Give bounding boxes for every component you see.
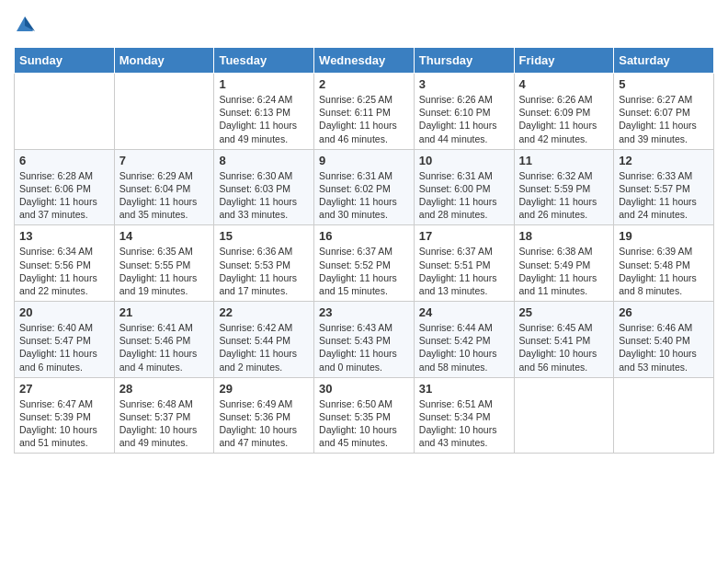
day-info: Sunrise: 6:32 AM Sunset: 5:59 PM Dayligh…: [519, 169, 609, 222]
calendar-cell: 22Sunrise: 6:42 AM Sunset: 5:44 PM Dayli…: [214, 302, 314, 378]
day-number: 24: [419, 305, 509, 319]
calendar-cell: 30Sunrise: 6:50 AM Sunset: 5:35 PM Dayli…: [314, 377, 415, 454]
calendar-cell: 14Sunrise: 6:35 AM Sunset: 5:55 PM Dayli…: [114, 225, 214, 302]
day-info: Sunrise: 6:30 AM Sunset: 6:03 PM Dayligh…: [219, 169, 309, 222]
day-info: Sunrise: 6:25 AM Sunset: 6:11 PM Dayligh…: [319, 93, 409, 145]
day-info: Sunrise: 6:39 AM Sunset: 5:48 PM Dayligh…: [619, 245, 709, 297]
day-info: Sunrise: 6:41 AM Sunset: 5:46 PM Dayligh…: [119, 321, 210, 373]
calendar-cell: 24Sunrise: 6:44 AM Sunset: 5:42 PM Dayli…: [414, 302, 514, 378]
day-info: Sunrise: 6:26 AM Sunset: 6:09 PM Dayligh…: [519, 93, 609, 145]
calendar-table: SundayMondayTuesdayWednesdayThursdayFrid…: [14, 47, 714, 454]
day-number: 12: [619, 154, 709, 167]
week-row-0: 1Sunrise: 6:24 AM Sunset: 6:13 PM Daylig…: [15, 74, 714, 150]
day-number: 8: [219, 154, 309, 167]
calendar-cell: 20Sunrise: 6:40 AM Sunset: 5:47 PM Dayli…: [15, 302, 115, 378]
calendar-cell: 13Sunrise: 6:34 AM Sunset: 5:56 PM Dayli…: [15, 225, 115, 302]
weekday-saturday: Saturday: [614, 48, 714, 74]
day-number: 6: [19, 154, 109, 167]
day-number: 1: [219, 77, 309, 91]
calendar-cell: 6Sunrise: 6:28 AM Sunset: 6:06 PM Daylig…: [15, 149, 115, 225]
day-info: Sunrise: 6:44 AM Sunset: 5:42 PM Dayligh…: [419, 321, 509, 373]
day-info: Sunrise: 6:35 AM Sunset: 5:55 PM Dayligh…: [119, 245, 210, 297]
calendar-cell: 10Sunrise: 6:31 AM Sunset: 6:00 PM Dayli…: [414, 149, 514, 225]
day-number: 31: [419, 382, 509, 396]
day-number: 30: [319, 382, 409, 396]
day-number: 20: [19, 305, 109, 319]
header: [14, 9, 714, 40]
day-info: Sunrise: 6:40 AM Sunset: 5:47 PM Dayligh…: [19, 321, 109, 373]
day-number: 26: [619, 305, 709, 319]
day-info: Sunrise: 6:37 AM Sunset: 5:51 PM Dayligh…: [419, 245, 509, 297]
week-row-1: 6Sunrise: 6:28 AM Sunset: 6:06 PM Daylig…: [15, 149, 714, 225]
day-number: 16: [319, 229, 409, 243]
day-info: Sunrise: 6:38 AM Sunset: 5:49 PM Dayligh…: [519, 245, 609, 297]
day-number: 5: [619, 77, 709, 91]
day-number: 10: [419, 154, 509, 167]
day-info: Sunrise: 6:26 AM Sunset: 6:10 PM Dayligh…: [419, 93, 509, 145]
calendar-cell: 2Sunrise: 6:25 AM Sunset: 6:11 PM Daylig…: [314, 74, 415, 150]
calendar-cell: 15Sunrise: 6:36 AM Sunset: 5:53 PM Dayli…: [214, 225, 314, 302]
day-number: 22: [219, 305, 309, 319]
calendar-cell: 1Sunrise: 6:24 AM Sunset: 6:13 PM Daylig…: [214, 74, 314, 150]
day-info: Sunrise: 6:50 AM Sunset: 5:35 PM Dayligh…: [319, 397, 409, 450]
day-info: Sunrise: 6:49 AM Sunset: 5:36 PM Dayligh…: [219, 397, 309, 450]
weekday-thursday: Thursday: [414, 48, 514, 74]
day-number: 14: [119, 229, 210, 243]
weekday-header-row: SundayMondayTuesdayWednesdayThursdayFrid…: [15, 48, 714, 74]
day-info: Sunrise: 6:24 AM Sunset: 6:13 PM Dayligh…: [219, 93, 309, 145]
calendar-cell: 12Sunrise: 6:33 AM Sunset: 5:57 PM Dayli…: [614, 149, 714, 225]
day-info: Sunrise: 6:45 AM Sunset: 5:41 PM Dayligh…: [519, 321, 609, 373]
day-number: 23: [319, 305, 409, 319]
day-info: Sunrise: 6:34 AM Sunset: 5:56 PM Dayligh…: [19, 245, 109, 297]
day-number: 27: [19, 382, 109, 396]
day-info: Sunrise: 6:47 AM Sunset: 5:39 PM Dayligh…: [19, 397, 109, 450]
calendar-cell: [15, 74, 115, 150]
day-info: Sunrise: 6:27 AM Sunset: 6:07 PM Dayligh…: [619, 93, 709, 145]
week-row-4: 27Sunrise: 6:47 AM Sunset: 5:39 PM Dayli…: [15, 377, 714, 454]
day-number: 3: [419, 77, 509, 91]
day-number: 17: [419, 229, 509, 243]
calendar-cell: [614, 377, 714, 454]
calendar-cell: 28Sunrise: 6:48 AM Sunset: 5:37 PM Dayli…: [114, 377, 214, 454]
day-info: Sunrise: 6:43 AM Sunset: 5:43 PM Dayligh…: [319, 321, 409, 373]
calendar-cell: 16Sunrise: 6:37 AM Sunset: 5:52 PM Dayli…: [314, 225, 415, 302]
calendar-cell: 5Sunrise: 6:27 AM Sunset: 6:07 PM Daylig…: [614, 74, 714, 150]
day-info: Sunrise: 6:31 AM Sunset: 6:00 PM Dayligh…: [419, 169, 509, 222]
weekday-sunday: Sunday: [15, 48, 115, 74]
calendar-cell: 18Sunrise: 6:38 AM Sunset: 5:49 PM Dayli…: [514, 225, 614, 302]
day-info: Sunrise: 6:42 AM Sunset: 5:44 PM Dayligh…: [219, 321, 309, 373]
day-number: 11: [519, 154, 609, 167]
day-number: 19: [619, 229, 709, 243]
calendar-cell: 11Sunrise: 6:32 AM Sunset: 5:59 PM Dayli…: [514, 149, 614, 225]
calendar-cell: 9Sunrise: 6:31 AM Sunset: 6:02 PM Daylig…: [314, 149, 415, 225]
day-info: Sunrise: 6:33 AM Sunset: 5:57 PM Dayligh…: [619, 169, 709, 222]
logo: [14, 15, 35, 40]
calendar-cell: [114, 74, 214, 150]
day-number: 28: [119, 382, 210, 396]
day-number: 15: [219, 229, 309, 243]
calendar-cell: 7Sunrise: 6:29 AM Sunset: 6:04 PM Daylig…: [114, 149, 214, 225]
day-number: 13: [19, 229, 109, 243]
day-number: 9: [319, 154, 409, 167]
day-info: Sunrise: 6:36 AM Sunset: 5:53 PM Dayligh…: [219, 245, 309, 297]
logo-text: [14, 15, 35, 40]
calendar-cell: 23Sunrise: 6:43 AM Sunset: 5:43 PM Dayli…: [314, 302, 415, 378]
calendar-cell: 29Sunrise: 6:49 AM Sunset: 5:36 PM Dayli…: [214, 377, 314, 454]
calendar-cell: 31Sunrise: 6:51 AM Sunset: 5:34 PM Dayli…: [414, 377, 514, 454]
weekday-tuesday: Tuesday: [214, 48, 314, 74]
day-number: 4: [519, 77, 609, 91]
weekday-friday: Friday: [514, 48, 614, 74]
calendar-cell: 3Sunrise: 6:26 AM Sunset: 6:10 PM Daylig…: [414, 74, 514, 150]
weekday-monday: Monday: [114, 48, 214, 74]
day-number: 2: [319, 77, 409, 91]
day-number: 25: [519, 305, 609, 319]
calendar-cell: 27Sunrise: 6:47 AM Sunset: 5:39 PM Dayli…: [15, 377, 115, 454]
day-number: 29: [219, 382, 309, 396]
day-info: Sunrise: 6:29 AM Sunset: 6:04 PM Dayligh…: [119, 169, 210, 222]
day-number: 18: [519, 229, 609, 243]
day-number: 7: [119, 154, 210, 167]
day-info: Sunrise: 6:48 AM Sunset: 5:37 PM Dayligh…: [119, 397, 210, 450]
calendar-cell: 17Sunrise: 6:37 AM Sunset: 5:51 PM Dayli…: [414, 225, 514, 302]
day-info: Sunrise: 6:31 AM Sunset: 6:02 PM Dayligh…: [319, 169, 409, 222]
calendar-cell: [514, 377, 614, 454]
